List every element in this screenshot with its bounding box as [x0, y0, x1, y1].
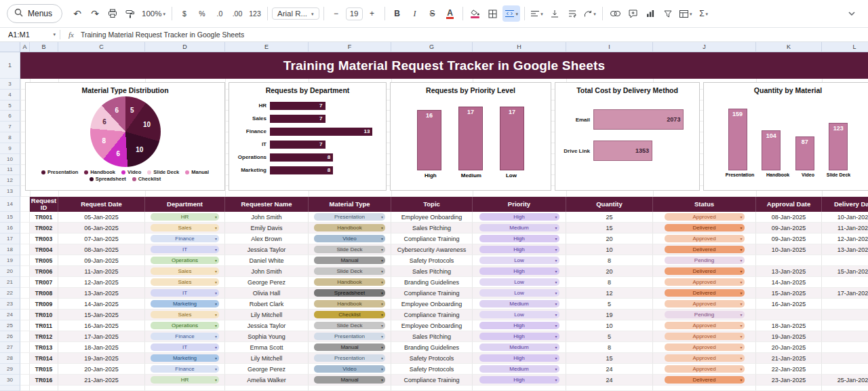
row-header-3[interactable]: 3: [0, 79, 20, 90]
row-header-4[interactable]: 4: [0, 90, 20, 100]
cell-material[interactable]: Slide Deck▾: [309, 244, 391, 255]
row-header-1[interactable]: 1: [0, 52, 20, 79]
cell-request-date[interactable]: 15-Jan-2025: [58, 310, 145, 320]
cell-delivery-date[interactable]: 15-Jan-2025: [822, 266, 868, 277]
undo-button[interactable]: ↶: [69, 5, 85, 22]
priority-chip[interactable]: Low▾: [479, 311, 559, 318]
cell-request-date[interactable]: 11-Jan-2025: [58, 266, 145, 277]
sheet-title-banner[interactable]: Training Material Request Tracker in Goo…: [20, 52, 868, 79]
cell-priority[interactable]: Low▾: [473, 288, 566, 299]
cell-request-id[interactable]: TR015: [30, 364, 58, 375]
cell-topic[interactable]: Employee Onboarding: [391, 212, 473, 223]
row-header-25[interactable]: 25: [0, 320, 20, 331]
empty-cell[interactable]: [30, 386, 58, 391]
cell-status[interactable]: Approved▾: [653, 353, 756, 364]
chart-material-type-distribution[interactable]: Material Type Distribution510106866Prese…: [25, 82, 225, 191]
material-chip[interactable]: Manual▾: [314, 257, 385, 264]
italic-button[interactable]: I: [407, 5, 423, 22]
spacer-cell[interactable]: [20, 364, 30, 375]
material-chip[interactable]: Handbook▾: [314, 300, 385, 308]
cell-department[interactable]: HR▾: [145, 375, 225, 386]
row-header-9[interactable]: 9: [0, 143, 20, 154]
format-percent-button[interactable]: %: [194, 5, 210, 22]
cell-department[interactable]: Finance▾: [145, 364, 225, 375]
cell-quantity[interactable]: 5: [566, 331, 653, 342]
row-header-21[interactable]: 21: [0, 277, 20, 288]
row-header-20[interactable]: 20: [0, 266, 20, 277]
spacer-cell[interactable]: [20, 223, 30, 234]
status-chip[interactable]: Approved▾: [665, 343, 745, 351]
merge-cells-button[interactable]: ▾: [502, 5, 521, 22]
borders-button[interactable]: [485, 5, 501, 22]
status-chip[interactable]: Delivered▾: [665, 376, 745, 384]
menus-button[interactable]: Menus: [7, 4, 62, 23]
cell-approval-date[interactable]: 22-Jan-2025: [756, 364, 822, 375]
column-header-D[interactable]: D: [145, 42, 225, 52]
vertical-align-button[interactable]: [547, 5, 563, 22]
cell-delivery-date[interactable]: [822, 331, 868, 342]
row-header-26[interactable]: 26: [0, 331, 20, 342]
cell-material[interactable]: Handbook▾: [309, 277, 391, 288]
cell-approval-date[interactable]: [756, 255, 822, 266]
spacer-cell[interactable]: [20, 288, 30, 299]
cell-delivery-date[interactable]: 17-Jan-2025: [822, 288, 868, 299]
row-header-6[interactable]: 6: [0, 111, 20, 122]
increase-decimal-button[interactable]: .00: [229, 5, 245, 22]
priority-chip[interactable]: High▾: [479, 354, 559, 362]
row-header-8[interactable]: 8: [0, 132, 20, 143]
cell-material[interactable]: Slide Deck▾: [309, 266, 391, 277]
cell-request-date[interactable]: 13-Jan-2025: [58, 288, 145, 299]
status-chip[interactable]: Approved▾: [665, 322, 745, 329]
cell-requester-name[interactable]: Daniel White: [225, 255, 309, 266]
cell-topic[interactable]: Compliance Training: [391, 375, 473, 386]
cell-quantity[interactable]: 24: [566, 364, 653, 375]
cell-department[interactable]: IT▾: [145, 244, 225, 255]
cell-status[interactable]: Approved▾: [653, 331, 756, 342]
cell-material[interactable]: Presentation▾: [309, 212, 391, 223]
cell-quantity[interactable]: 10: [566, 244, 653, 255]
priority-chip[interactable]: Medium▾: [479, 300, 559, 308]
spacer-cell[interactable]: [20, 234, 30, 244]
cell-department[interactable]: Sales▾: [145, 277, 225, 288]
cell-department[interactable]: Marketing▾: [145, 299, 225, 310]
spacer-cell[interactable]: [20, 197, 30, 212]
cell-material[interactable]: Video▾: [309, 234, 391, 244]
cell-priority[interactable]: Low▾: [473, 255, 566, 266]
cell-material[interactable]: Handbook▾: [309, 299, 391, 310]
chart-requests-by-priority-level[interactable]: Requests by Priority Level161717HighMedi…: [390, 82, 551, 191]
material-chip[interactable]: Spreadsheet▾: [314, 289, 385, 297]
priority-chip[interactable]: Medium▾: [479, 224, 559, 231]
cell-requester-name[interactable]: Lily Mitchell: [225, 353, 309, 364]
cell-request-date[interactable]: 20-Jan-2025: [58, 364, 145, 375]
row-header-23[interactable]: 23: [0, 299, 20, 310]
cell-requester-name[interactable]: Robert Clark: [225, 299, 309, 310]
cell-approval-date[interactable]: 19-Jan-2025: [756, 331, 822, 342]
material-chip[interactable]: Presentation▾: [314, 333, 385, 340]
cell-request-date[interactable]: 21-Jan-2025: [58, 375, 145, 386]
cell-delivery-date[interactable]: [822, 364, 868, 375]
department-chip[interactable]: IT▾: [151, 343, 219, 351]
material-chip[interactable]: Video▾: [314, 365, 385, 373]
cell-department[interactable]: Sales▾: [145, 266, 225, 277]
cell-requester-name[interactable]: Sophia Young: [225, 331, 309, 342]
table-header-material-type[interactable]: Material Type: [309, 197, 391, 212]
chart-quantity-by-material[interactable]: Quantity by Material15910487123Presentat…: [703, 82, 868, 191]
status-chip[interactable]: Delivered▾: [665, 267, 745, 275]
column-header-K[interactable]: K: [756, 42, 822, 52]
cell-requester-name[interactable]: John Smith: [225, 212, 309, 223]
status-chip[interactable]: Pending▾: [665, 311, 745, 318]
cell-priority[interactable]: Medium▾: [473, 299, 566, 310]
material-chip[interactable]: Handbook▾: [314, 224, 385, 231]
status-chip[interactable]: Approved▾: [665, 213, 745, 221]
cell-request-id[interactable]: TR012: [30, 331, 58, 342]
department-chip[interactable]: IT▾: [151, 289, 219, 297]
formula-input[interactable]: Training Material Request Tracker in Goo…: [81, 31, 244, 39]
cell-request-id[interactable]: TR003: [30, 234, 58, 244]
horizontal-align-button[interactable]: ▾: [529, 5, 545, 22]
cell-request-date[interactable]: 07-Jan-2025: [58, 234, 145, 244]
priority-chip[interactable]: High▾: [479, 322, 559, 329]
cell-priority[interactable]: High▾: [473, 244, 566, 255]
table-header-topic[interactable]: Topic: [391, 197, 473, 212]
cell-approval-date[interactable]: 13-Jan-2025: [756, 266, 822, 277]
cell-request-date[interactable]: 17-Jan-2025: [58, 331, 145, 342]
